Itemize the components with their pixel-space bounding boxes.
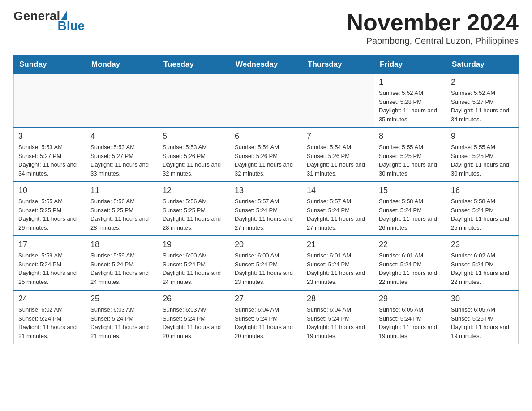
calendar-week-3: 10Sunrise: 5:55 AM Sunset: 5:25 PM Dayli… xyxy=(14,182,519,236)
day-number: 1 xyxy=(379,77,442,87)
day-number: 5 xyxy=(163,132,225,141)
logo: General Genera Blue xyxy=(13,9,85,35)
day-info: Sunrise: 5:59 AM Sunset: 5:24 PM Dayligh… xyxy=(18,251,81,286)
day-number: 27 xyxy=(235,294,297,304)
day-number: 20 xyxy=(235,240,297,249)
day-info: Sunrise: 6:01 AM Sunset: 5:24 PM Dayligh… xyxy=(307,251,369,286)
day-number: 16 xyxy=(451,186,514,195)
day-info: Sunrise: 5:57 AM Sunset: 5:24 PM Dayligh… xyxy=(235,197,297,232)
logo-blue-text: Blue xyxy=(58,19,85,33)
day-info: Sunrise: 5:59 AM Sunset: 5:24 PM Dayligh… xyxy=(90,251,153,286)
calendar-cell-4-6: 22Sunrise: 6:01 AM Sunset: 5:24 PM Dayli… xyxy=(374,236,446,290)
col-thursday: Thursday xyxy=(302,56,374,74)
calendar-cell-2-2: 4Sunrise: 5:53 AM Sunset: 5:27 PM Daylig… xyxy=(86,128,158,182)
calendar-week-4: 17Sunrise: 5:59 AM Sunset: 5:24 PM Dayli… xyxy=(14,236,519,290)
day-info: Sunrise: 5:56 AM Sunset: 5:25 PM Dayligh… xyxy=(163,197,225,232)
calendar-table: Sunday Monday Tuesday Wednesday Thursday… xyxy=(13,55,519,344)
day-number: 25 xyxy=(90,294,153,304)
calendar-cell-5-3: 26Sunrise: 6:03 AM Sunset: 5:24 PM Dayli… xyxy=(158,290,230,344)
day-number: 9 xyxy=(451,132,514,141)
day-info: Sunrise: 5:58 AM Sunset: 5:24 PM Dayligh… xyxy=(379,197,442,232)
day-number: 19 xyxy=(163,240,225,249)
calendar-cell-4-4: 20Sunrise: 6:00 AM Sunset: 5:24 PM Dayli… xyxy=(230,236,302,290)
calendar-cell-3-7: 16Sunrise: 5:58 AM Sunset: 5:24 PM Dayli… xyxy=(446,182,519,236)
col-saturday: Saturday xyxy=(446,56,519,74)
calendar-cell-2-1: 3Sunrise: 5:53 AM Sunset: 5:27 PM Daylig… xyxy=(14,128,86,182)
calendar-cell-3-1: 10Sunrise: 5:55 AM Sunset: 5:25 PM Dayli… xyxy=(14,182,86,236)
day-number: 29 xyxy=(379,294,442,304)
day-info: Sunrise: 6:01 AM Sunset: 5:24 PM Dayligh… xyxy=(379,251,442,286)
day-number: 10 xyxy=(18,186,81,195)
page-header: General Genera Blue November 2024 Paombo… xyxy=(13,9,519,46)
day-info: Sunrise: 5:55 AM Sunset: 5:25 PM Dayligh… xyxy=(451,143,514,178)
day-number: 8 xyxy=(379,132,442,141)
day-info: Sunrise: 5:52 AM Sunset: 5:27 PM Dayligh… xyxy=(451,89,514,124)
calendar-cell-2-3: 5Sunrise: 5:53 AM Sunset: 5:26 PM Daylig… xyxy=(158,128,230,182)
calendar-cell-5-4: 27Sunrise: 6:04 AM Sunset: 5:24 PM Dayli… xyxy=(230,290,302,344)
location-text: Paombong, Central Luzon, Philippines xyxy=(347,36,519,46)
calendar-cell-4-3: 19Sunrise: 6:00 AM Sunset: 5:24 PM Dayli… xyxy=(158,236,230,290)
day-info: Sunrise: 6:00 AM Sunset: 5:24 PM Dayligh… xyxy=(235,251,297,286)
day-number: 17 xyxy=(18,240,81,249)
calendar-week-2: 3Sunrise: 5:53 AM Sunset: 5:27 PM Daylig… xyxy=(14,128,519,182)
day-info: Sunrise: 6:03 AM Sunset: 5:24 PM Dayligh… xyxy=(90,305,153,340)
calendar-cell-1-7: 2Sunrise: 5:52 AM Sunset: 5:27 PM Daylig… xyxy=(446,74,519,128)
calendar-cell-1-1 xyxy=(14,74,86,128)
day-info: Sunrise: 6:05 AM Sunset: 5:24 PM Dayligh… xyxy=(379,305,442,340)
day-info: Sunrise: 5:54 AM Sunset: 5:26 PM Dayligh… xyxy=(235,143,297,178)
calendar-header-row: Sunday Monday Tuesday Wednesday Thursday… xyxy=(14,56,519,74)
calendar-cell-4-7: 23Sunrise: 6:02 AM Sunset: 5:24 PM Dayli… xyxy=(446,236,519,290)
calendar-week-1: 1Sunrise: 5:52 AM Sunset: 5:28 PM Daylig… xyxy=(14,74,519,128)
calendar-cell-4-2: 18Sunrise: 5:59 AM Sunset: 5:24 PM Dayli… xyxy=(86,236,158,290)
day-info: Sunrise: 5:55 AM Sunset: 5:25 PM Dayligh… xyxy=(18,197,81,232)
day-info: Sunrise: 6:02 AM Sunset: 5:24 PM Dayligh… xyxy=(18,305,81,340)
calendar-cell-5-1: 24Sunrise: 6:02 AM Sunset: 5:24 PM Dayli… xyxy=(14,290,86,344)
calendar-cell-5-6: 29Sunrise: 6:05 AM Sunset: 5:24 PM Dayli… xyxy=(374,290,446,344)
col-sunday: Sunday xyxy=(14,56,86,74)
day-number: 24 xyxy=(18,294,81,304)
calendar-cell-1-2 xyxy=(86,74,158,128)
calendar-cell-1-5 xyxy=(302,74,374,128)
day-info: Sunrise: 5:56 AM Sunset: 5:25 PM Dayligh… xyxy=(90,197,153,232)
day-number: 4 xyxy=(90,132,153,141)
col-wednesday: Wednesday xyxy=(230,56,302,74)
calendar-cell-1-4 xyxy=(230,74,302,128)
day-info: Sunrise: 5:53 AM Sunset: 5:27 PM Dayligh… xyxy=(18,143,81,178)
calendar-cell-3-2: 11Sunrise: 5:56 AM Sunset: 5:25 PM Dayli… xyxy=(86,182,158,236)
day-info: Sunrise: 5:53 AM Sunset: 5:27 PM Dayligh… xyxy=(90,143,153,178)
day-number: 30 xyxy=(451,294,514,304)
calendar-cell-5-2: 25Sunrise: 6:03 AM Sunset: 5:24 PM Dayli… xyxy=(86,290,158,344)
day-number: 26 xyxy=(163,294,225,304)
day-info: Sunrise: 5:57 AM Sunset: 5:24 PM Dayligh… xyxy=(307,197,369,232)
calendar-week-5: 24Sunrise: 6:02 AM Sunset: 5:24 PM Dayli… xyxy=(14,290,519,344)
day-info: Sunrise: 5:53 AM Sunset: 5:26 PM Dayligh… xyxy=(163,143,225,178)
title-block: November 2024 Paombong, Central Luzon, P… xyxy=(347,9,519,46)
day-number: 21 xyxy=(307,240,369,249)
month-title: November 2024 xyxy=(347,9,519,36)
calendar-cell-2-4: 6Sunrise: 5:54 AM Sunset: 5:26 PM Daylig… xyxy=(230,128,302,182)
day-number: 18 xyxy=(90,240,153,249)
calendar-cell-4-1: 17Sunrise: 5:59 AM Sunset: 5:24 PM Dayli… xyxy=(14,236,86,290)
calendar-cell-3-5: 14Sunrise: 5:57 AM Sunset: 5:24 PM Dayli… xyxy=(302,182,374,236)
day-info: Sunrise: 5:58 AM Sunset: 5:24 PM Dayligh… xyxy=(451,197,514,232)
day-info: Sunrise: 6:02 AM Sunset: 5:24 PM Dayligh… xyxy=(451,251,514,286)
day-info: Sunrise: 6:04 AM Sunset: 5:24 PM Dayligh… xyxy=(235,305,297,340)
day-number: 3 xyxy=(18,132,81,141)
calendar-cell-4-5: 21Sunrise: 6:01 AM Sunset: 5:24 PM Dayli… xyxy=(302,236,374,290)
day-number: 12 xyxy=(163,186,225,195)
day-number: 2 xyxy=(451,77,514,87)
calendar-cell-2-5: 7Sunrise: 5:54 AM Sunset: 5:26 PM Daylig… xyxy=(302,128,374,182)
calendar-cell-1-6: 1Sunrise: 5:52 AM Sunset: 5:28 PM Daylig… xyxy=(374,74,446,128)
day-number: 23 xyxy=(451,240,514,249)
day-info: Sunrise: 6:00 AM Sunset: 5:24 PM Dayligh… xyxy=(163,251,225,286)
day-info: Sunrise: 6:03 AM Sunset: 5:24 PM Dayligh… xyxy=(163,305,225,340)
day-info: Sunrise: 6:05 AM Sunset: 5:25 PM Dayligh… xyxy=(451,305,514,340)
calendar-cell-2-7: 9Sunrise: 5:55 AM Sunset: 5:25 PM Daylig… xyxy=(446,128,519,182)
day-number: 7 xyxy=(307,132,369,141)
day-info: Sunrise: 6:04 AM Sunset: 5:24 PM Dayligh… xyxy=(307,305,369,340)
calendar-cell-5-7: 30Sunrise: 6:05 AM Sunset: 5:25 PM Dayli… xyxy=(446,290,519,344)
col-monday: Monday xyxy=(86,56,158,74)
day-number: 14 xyxy=(307,186,369,195)
calendar-cell-2-6: 8Sunrise: 5:55 AM Sunset: 5:25 PM Daylig… xyxy=(374,128,446,182)
calendar-cell-3-3: 12Sunrise: 5:56 AM Sunset: 5:25 PM Dayli… xyxy=(158,182,230,236)
